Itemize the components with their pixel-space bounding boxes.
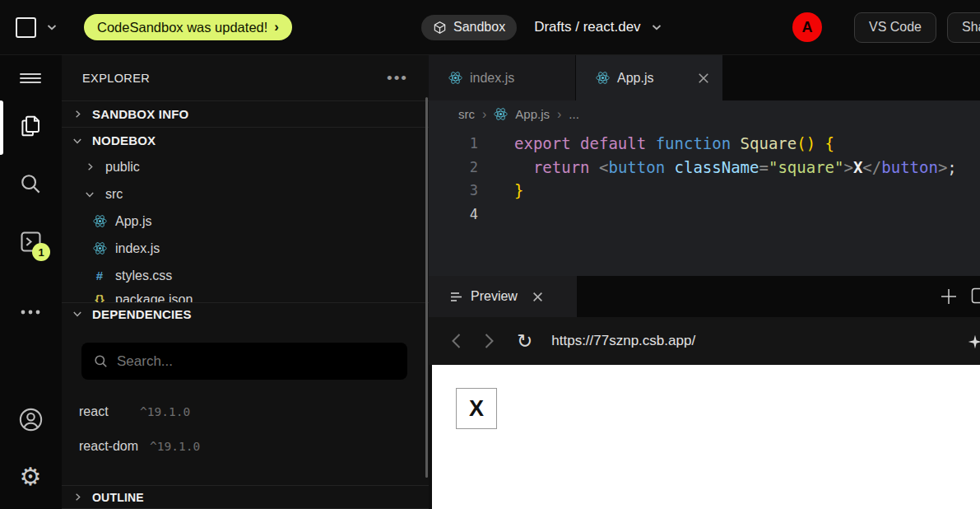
editor-tab-label: index.js: [470, 71, 514, 86]
tree-item-styles-css[interactable]: #styles.css: [62, 262, 429, 289]
breadcrumb-tail[interactable]: ...: [569, 107, 579, 121]
project-breadcrumb[interactable]: Drafts / react.dev: [534, 19, 640, 35]
forward-icon[interactable]: [484, 333, 495, 349]
chevron-right-icon: [70, 493, 85, 502]
user-avatar[interactable]: A: [792, 12, 822, 42]
section-sandbox-info[interactable]: SANDBOX INFO: [62, 100, 429, 127]
refresh-icon[interactable]: ↻: [517, 332, 532, 351]
code-line-3: 3}: [429, 179, 980, 203]
tree-item-index-js[interactable]: index.js: [62, 235, 429, 262]
dependencies-list: react^19.1.0react-dom^19.1.0: [62, 395, 429, 464]
section-nodebox[interactable]: NODEBOX: [62, 127, 429, 153]
react-icon: [92, 214, 107, 228]
dependency-search: [81, 343, 407, 380]
breadcrumb-folder[interactable]: src: [458, 107, 475, 121]
preview-viewport: X: [429, 365, 980, 509]
sandbox-badge-label: Sandbox: [453, 20, 505, 35]
section-outline[interactable]: OUTLINE: [62, 485, 429, 509]
preview-url[interactable]: https://77sznp.csb.app/: [551, 333, 695, 349]
more-actions-icon[interactable]: [14, 296, 47, 329]
breadcrumb-file[interactable]: App.js: [515, 107, 550, 121]
tree-item-src[interactable]: src: [62, 180, 429, 208]
line-number: 2: [429, 156, 485, 180]
tree-item-label: package.json: [115, 292, 193, 302]
sandbox-badge[interactable]: Sandbox: [421, 15, 517, 40]
react-icon: [596, 71, 610, 85]
menu-icon[interactable]: [14, 62, 47, 95]
editor-tab-app-js[interactable]: App.js: [576, 55, 723, 100]
topbar-center: Sandbox Drafts / react.dev: [421, 0, 662, 54]
update-banner-button[interactable]: CodeSandbox was updated! ›: [84, 14, 292, 40]
sparkle-icon[interactable]: [966, 333, 980, 354]
chevron-right-icon: ›: [274, 19, 279, 35]
preview-tab-strip: Preview: [429, 276, 980, 317]
tree-item-label: styles.css: [115, 269, 172, 283]
tree-item-public[interactable]: public: [62, 153, 429, 180]
chevron-down-icon[interactable]: [47, 24, 57, 30]
editor-tab-index-js[interactable]: index.js: [429, 55, 576, 100]
editor-tab-bar: index.jsApp.js: [429, 55, 980, 100]
code-text: }: [485, 179, 523, 203]
chevron-down-icon: [70, 309, 85, 319]
line-number: 1: [429, 132, 485, 156]
tree-item-label: src: [105, 187, 123, 202]
chevron-down-icon: [82, 189, 97, 199]
top-bar: CodeSandbox was updated! › Sandbox Draft…: [0, 0, 980, 55]
tree-item-label: index.js: [115, 241, 160, 256]
dependency-react-dom[interactable]: react-dom^19.1.0: [62, 429, 429, 464]
json-icon: {}: [92, 292, 107, 302]
dependency-search-input[interactable]: [117, 353, 396, 370]
chevron-down-icon[interactable]: [652, 24, 662, 30]
tree-item-package-json[interactable]: {}package.json: [62, 289, 429, 302]
chevron-down-icon: [70, 136, 85, 146]
vscode-button[interactable]: VS Code: [854, 12, 936, 43]
activity-bar: 1 ⚙: [0, 55, 62, 509]
close-icon[interactable]: [698, 72, 709, 84]
terminal-icon[interactable]: 1: [14, 225, 47, 258]
layout-icon[interactable]: [971, 287, 980, 304]
preview-square-button[interactable]: X: [456, 388, 497, 429]
tree-item-label: public: [105, 160, 140, 175]
code-text: export default function Square() {: [485, 132, 834, 156]
explorer-more-icon[interactable]: •••: [387, 69, 408, 87]
account-icon[interactable]: [14, 403, 47, 436]
preview-tab-label: Preview: [471, 289, 518, 304]
react-icon: [448, 71, 462, 85]
settings-gear-icon[interactable]: ⚙: [14, 460, 47, 493]
explorer-files-icon[interactable]: [14, 110, 47, 142]
code-editor[interactable]: 1export default function Square() {2 ret…: [429, 128, 980, 276]
tree-item-label: App.js: [115, 214, 151, 229]
section-dependencies[interactable]: DEPENDENCIES: [62, 302, 429, 325]
line-number: 3: [429, 179, 485, 203]
line-number: 4: [429, 203, 485, 226]
react-icon: [494, 107, 508, 121]
explorer-sidebar: EXPLORER ••• SANDBOX INFO NODEBOX public…: [62, 55, 429, 509]
active-view-indicator: [0, 100, 3, 155]
file-tree: publicsrcApp.jsindex.js#styles.css{}pack…: [62, 153, 429, 302]
chevron-right-icon: [82, 162, 97, 171]
dependency-react[interactable]: react^19.1.0: [62, 395, 429, 429]
chevron-right-icon: [70, 110, 85, 119]
search-icon[interactable]: [14, 167, 47, 200]
code-line-1: 1export default function Square() {: [429, 132, 980, 156]
list-icon: [450, 292, 462, 302]
dependency-version: ^19.1.0: [150, 440, 200, 453]
code-line-4: 4: [429, 203, 980, 226]
tree-item-app-js[interactable]: App.js: [62, 208, 429, 235]
chevron-right-icon: ›: [482, 107, 486, 122]
terminal-badge: 1: [32, 243, 50, 261]
sidebar-scrollbar[interactable]: [425, 97, 428, 478]
code-text: return <button className="square">X</but…: [485, 156, 957, 180]
share-button[interactable]: Share: [947, 12, 980, 43]
code-line-2: 2 return <button className="square">X</b…: [429, 156, 980, 180]
back-icon[interactable]: [451, 333, 462, 349]
editor-column: index.jsApp.js src › App.js › ... 1expor…: [429, 55, 980, 509]
codesandbox-logo-icon[interactable]: [16, 17, 36, 38]
add-preview-icon[interactable]: [940, 287, 958, 306]
preview-tab[interactable]: Preview: [429, 276, 577, 317]
dependency-version: ^19.1.0: [140, 405, 190, 418]
editor-breadcrumb: src › App.js › ...: [429, 100, 980, 128]
code-text: [485, 203, 514, 226]
topbar-right: A VS Code Share: [792, 0, 980, 54]
close-icon[interactable]: [532, 292, 543, 302]
